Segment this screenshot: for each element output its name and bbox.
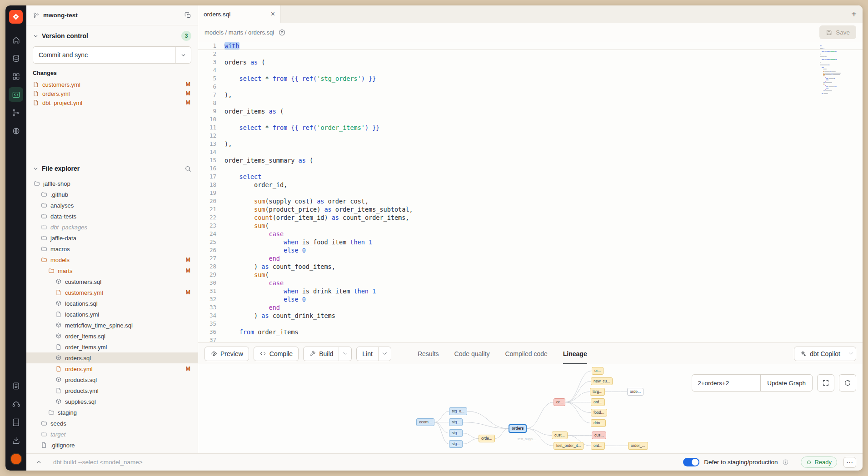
dbt-logo[interactable] [9, 10, 23, 24]
tab-results[interactable]: Results [418, 343, 439, 364]
user-avatar[interactable] [10, 453, 22, 465]
info-icon[interactable] [782, 459, 789, 466]
file-name: customers.sql [65, 278, 101, 285]
dbt-copilot-button[interactable]: dbt Copilot [794, 347, 856, 361]
search-icon[interactable] [185, 165, 191, 172]
file-tree-item[interactable]: order_items.sql [26, 331, 198, 342]
explore-icon[interactable] [9, 124, 23, 138]
refresh-button[interactable] [839, 374, 856, 392]
fullscreen-button[interactable] [817, 374, 834, 392]
lineage-node-ord1[interactable]: ord... [591, 398, 605, 406]
lineage-node-testoi[interactable]: test_order_it... [554, 442, 584, 450]
lineage-node-ecom[interactable]: ecom... [416, 418, 434, 426]
lint-dropdown-chevron[interactable] [378, 347, 391, 361]
lint-button[interactable]: Lint [356, 347, 391, 361]
open-link-icon[interactable] [278, 29, 286, 36]
file-tree-item[interactable]: dbt_packages [26, 222, 198, 233]
lineage-node-stg3[interactable]: stg... [449, 429, 463, 437]
docs-icon[interactable] [9, 415, 23, 429]
changed-file-row[interactable]: dbt_project.ymlM [33, 98, 191, 107]
install-icon[interactable] [9, 433, 23, 447]
file-tree-item[interactable]: locations.sql [26, 298, 198, 309]
file-tree-item[interactable]: orders.sql [26, 352, 198, 363]
lineage-node-stg2[interactable]: stg... [449, 418, 463, 426]
file-tree-item[interactable]: seeds [26, 418, 198, 429]
lineage-node-testsup[interactable]: test_suppl... [515, 436, 539, 443]
copy-icon[interactable] [185, 12, 191, 19]
file-tree-item[interactable]: .github [26, 189, 198, 200]
home-icon[interactable] [9, 33, 23, 47]
commit-and-sync-select[interactable]: Commit and sync [33, 46, 191, 64]
lineage-node-cusp[interactable]: cus... [592, 431, 606, 439]
lineage-node-ordi[interactable]: orde... [479, 435, 495, 442]
file-tree-item[interactable]: products.yml [26, 385, 198, 396]
tab-code-quality[interactable]: Code quality [454, 343, 490, 364]
file-tree-item[interactable]: customers.sql [26, 276, 198, 287]
folder-icon [48, 268, 55, 274]
file-tree-item[interactable]: martsM [26, 265, 198, 276]
lineage-node-stg4[interactable]: stg... [449, 440, 463, 448]
file-tree-item[interactable]: products.sql [26, 374, 198, 385]
tab-orders-sql[interactable]: orders.sql × [198, 5, 281, 23]
minimap[interactable] [820, 45, 856, 96]
file-tree-item[interactable]: order_items.yml [26, 342, 198, 352]
defer-toggle[interactable] [683, 458, 699, 466]
file-tree-item[interactable]: locations.yml [26, 309, 198, 320]
new-tab-button[interactable]: + [845, 5, 863, 23]
file-tree-item[interactable]: orders.ymlM [26, 363, 198, 374]
update-graph-button[interactable]: Update Graph [760, 375, 812, 391]
file-tree-item[interactable]: customers.ymlM [26, 287, 198, 298]
copilot-dropdown-chevron[interactable] [846, 347, 856, 361]
file-tree-item[interactable]: jaffle-data [26, 233, 198, 243]
tab-compiled-code[interactable]: Compiled code [505, 343, 547, 364]
lineage-node-cust[interactable]: cust... [552, 431, 568, 439]
lineage-node-ordeg[interactable]: orde... [627, 388, 644, 396]
close-icon[interactable]: × [271, 10, 275, 18]
modified-badge: M [186, 289, 191, 296]
save-button[interactable]: Save [819, 25, 856, 39]
preview-button[interactable]: Preview [205, 347, 249, 361]
file-tree-item[interactable]: analyses [26, 200, 198, 211]
file-tree-item[interactable]: staging [26, 407, 198, 418]
lineage-node-newcu[interactable]: new_cu... [591, 377, 613, 385]
file-tree-item[interactable]: metricflow_time_spine.sql [26, 320, 198, 331]
code-editor[interactable]: 1with23orders as (45 select * from {{ re… [198, 42, 863, 342]
lineage-node-larg[interactable]: larg... [590, 388, 605, 396]
file-tree-item[interactable]: .gitignore [26, 440, 198, 451]
compile-button[interactable]: Compile [254, 347, 299, 361]
changed-file-row[interactable]: customers.ymlM [33, 80, 191, 89]
chevron-down-icon[interactable] [175, 47, 191, 63]
file-tree-item[interactable]: target [26, 429, 198, 440]
lineage-node-drin[interactable]: drin... [591, 419, 606, 427]
version-control-header[interactable]: Version control 3 [33, 31, 191, 41]
file-tree-item[interactable]: macros [26, 243, 198, 254]
lineage-node-food[interactable]: food... [591, 409, 607, 416]
build-dropdown-chevron[interactable] [339, 347, 351, 361]
lineage-node-ory[interactable]: or... [592, 367, 604, 375]
lineage-node-ord2[interactable]: ord... [591, 442, 605, 450]
lineage-node-stg1[interactable]: stg_o... [449, 407, 467, 415]
lineage-node-orpink[interactable]: or... [554, 398, 565, 406]
develop-ide-icon[interactable] [9, 87, 23, 102]
lineage-selector-input[interactable]: 2+orders+2 [692, 375, 760, 391]
changed-file-row[interactable]: orders.ymlM [33, 89, 191, 98]
file-tree-item[interactable]: data-tests [26, 211, 198, 222]
build-button[interactable]: Build [303, 347, 352, 361]
notes-icon[interactable] [9, 378, 23, 393]
file-explorer-header[interactable]: File explorer [26, 162, 198, 175]
support-icon[interactable] [9, 397, 23, 411]
file-tree-item[interactable]: supplies.sql [26, 396, 198, 407]
tab-lineage[interactable]: Lineage [563, 343, 587, 364]
file-tree-item[interactable]: jaffle-shop [26, 178, 198, 189]
orchestration-icon[interactable] [9, 105, 23, 120]
warehouse-icon[interactable] [9, 51, 23, 65]
apps-grid-icon[interactable] [9, 69, 23, 84]
chevron-up-icon[interactable] [35, 459, 42, 466]
lineage-node-orders[interactable]: orders [509, 425, 526, 432]
file-tree-item[interactable]: modelsM [26, 254, 198, 265]
lineage-node-orderf[interactable]: order_... [628, 442, 648, 450]
changed-file-name: dbt_project.yml [42, 99, 82, 106]
code-line: 16 [198, 164, 863, 173]
overflow-menu-button[interactable]: ⋯ [843, 457, 856, 468]
command-input[interactable]: dbt build --select <model_name> [53, 459, 143, 466]
